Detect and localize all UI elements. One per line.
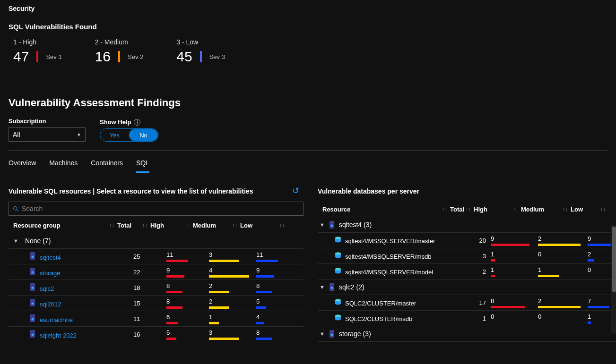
svg-point-5 <box>14 206 17 210</box>
database-name: SQLC2/CLUSTER/master <box>345 300 416 307</box>
chevron-down-icon: ▼ <box>320 331 325 337</box>
resource-link[interactable]: esumachine <box>40 316 73 323</box>
stat-1: 2 - Medium 16 Sev 2 <box>95 38 144 65</box>
sort-icon[interactable]: ↑↓ <box>442 206 450 212</box>
sort-icon[interactable]: ↑↓ <box>600 206 608 212</box>
database-name: sqltest4/MSSQLSERVER/master <box>345 237 435 245</box>
findings-title: Vulnerability Assessment Findings <box>9 97 607 109</box>
server-group-row[interactable]: ▼ sqlc2 (2) <box>318 279 616 295</box>
search-input[interactable]: Search <box>9 202 304 216</box>
sort-icon[interactable]: ↑↓ <box>513 206 521 212</box>
svg-line-6 <box>17 210 18 211</box>
summary-title: SQL Vulnerabilities Found <box>9 23 607 31</box>
toggle-no[interactable]: No <box>129 129 158 141</box>
stat-severity: Sev 2 <box>128 53 143 60</box>
database-name: sqltest4/MSSQLSERVER/model <box>345 269 433 276</box>
resource-link[interactable]: storage <box>40 270 60 277</box>
scroll-thumb[interactable] <box>612 227 616 292</box>
chevron-down-icon: ▼ <box>13 238 18 244</box>
server-icon <box>329 283 335 291</box>
table-row[interactable]: sqltest4/MSSQLSERVER/model 2 1 1 0 <box>318 264 616 279</box>
subscription-value: All <box>13 131 20 138</box>
server-icon <box>29 283 36 291</box>
col-low[interactable]: Low <box>571 206 583 213</box>
database-icon <box>335 252 341 259</box>
stat-value: 47 <box>13 49 29 65</box>
col-medium[interactable]: Medium <box>521 206 544 213</box>
table-row[interactable]: SQLC2/CLUSTER/master 17 8 2 7 <box>318 295 616 311</box>
stat-label: 3 - Low <box>176 38 225 46</box>
table-row[interactable]: sqleight-2022 16 5 3 8 <box>9 327 304 342</box>
resource-link[interactable]: sql2012 <box>40 301 61 308</box>
resource-link[interactable]: sqleight-2022 <box>40 332 77 339</box>
table-row[interactable]: sqltest4 25 11 3 11 <box>9 249 304 264</box>
right-panel-title: Vulnerable databases per server <box>318 187 616 195</box>
reset-icon[interactable]: ↺ <box>292 186 299 196</box>
col-total[interactable]: Total <box>450 206 464 213</box>
tabs: OverviewMachinesContainersSQL <box>9 159 607 173</box>
breadcrumb: Security <box>9 5 607 12</box>
server-icon <box>29 299 36 306</box>
sort-icon[interactable]: ↑↓ <box>185 222 193 228</box>
table-row[interactable]: sql2012 15 8 2 5 <box>9 296 304 311</box>
search-placeholder: Search <box>22 205 43 212</box>
col-high[interactable]: High <box>474 206 487 213</box>
scrollbar[interactable] <box>611 225 616 333</box>
sort-icon[interactable]: ↑↓ <box>466 206 474 212</box>
database-icon <box>335 268 341 274</box>
tab-machines[interactable]: Machines <box>49 159 78 173</box>
col-medium[interactable]: Medium <box>193 222 216 229</box>
table-row[interactable]: sqltest4/MSSQLSERVER/msdb 3 1 0 2 <box>318 248 616 264</box>
resource-link[interactable]: sqlc2 <box>40 285 54 292</box>
stat-0: 1 - High 47 Sev 1 <box>13 38 62 65</box>
severity-bar-icon <box>118 51 120 62</box>
server-group-row[interactable]: ▼ storage (3) <box>318 326 616 342</box>
col-resource-group[interactable]: Resource group <box>13 222 61 229</box>
sort-icon[interactable]: ↑↓ <box>109 222 117 228</box>
search-icon <box>13 206 19 212</box>
chevron-down-icon: ▼ <box>320 284 325 290</box>
show-help-toggle[interactable]: Yes No <box>100 128 158 142</box>
sort-icon[interactable]: ↑↓ <box>279 222 287 228</box>
database-icon <box>335 299 341 305</box>
table-row[interactable]: storage 22 9 4 9 <box>9 264 304 280</box>
stat-label: 2 - Medium <box>95 38 144 46</box>
table-row[interactable]: SQLC2/CLUSTER/msdb 1 0 0 1 <box>318 311 616 326</box>
stat-value: 45 <box>176 49 192 65</box>
sort-icon[interactable]: ↑↓ <box>232 222 240 228</box>
chevron-down-icon: ▼ <box>320 222 325 228</box>
table-row[interactable]: sqltest4/MSSQLSERVER/master 20 9 2 9 <box>318 233 616 248</box>
left-panel-title: Vulnerable SQL resources | Select a reso… <box>9 187 304 195</box>
col-low[interactable]: Low <box>240 222 252 229</box>
sort-icon[interactable]: ↑↓ <box>563 206 571 212</box>
table-row[interactable]: sqlc2 18 8 2 8 <box>9 280 304 296</box>
severity-bar-icon <box>36 51 38 62</box>
severity-bar-icon <box>200 51 202 62</box>
server-group-label: sqltest4 (3) <box>339 221 372 229</box>
chevron-down-icon: ▼ <box>77 132 81 137</box>
resource-link[interactable]: sqltest4 <box>40 254 61 261</box>
subscription-select[interactable]: All ▼ <box>9 127 86 142</box>
toggle-yes[interactable]: Yes <box>100 129 129 141</box>
group-label: None (7) <box>25 237 51 245</box>
server-icon <box>329 330 335 338</box>
tab-sql[interactable]: SQL <box>136 159 149 173</box>
server-icon <box>29 252 36 260</box>
group-row[interactable]: ▼ None (7) <box>9 233 304 249</box>
tab-overview[interactable]: Overview <box>9 159 36 173</box>
stat-2: 3 - Low 45 Sev 3 <box>176 38 225 65</box>
col-high[interactable]: High <box>150 222 164 229</box>
server-icon <box>329 221 335 229</box>
server-group-row[interactable]: ▼ sqltest4 (3) <box>318 217 616 233</box>
server-icon <box>29 330 36 338</box>
table-row[interactable]: esumachine 11 6 1 4 <box>9 311 304 327</box>
col-total[interactable]: Total <box>117 222 131 229</box>
sort-icon[interactable]: ↑↓ <box>142 222 150 228</box>
server-group-label: storage (3) <box>339 330 371 338</box>
database-name: sqltest4/MSSQLSERVER/msdb <box>345 253 432 260</box>
database-name: SQLC2/CLUSTER/msdb <box>345 315 412 322</box>
col-resource[interactable]: Resource <box>322 206 350 213</box>
server-group-label: sqlc2 (2) <box>339 283 364 291</box>
tab-containers[interactable]: Containers <box>91 159 123 173</box>
stat-value: 16 <box>95 49 111 65</box>
